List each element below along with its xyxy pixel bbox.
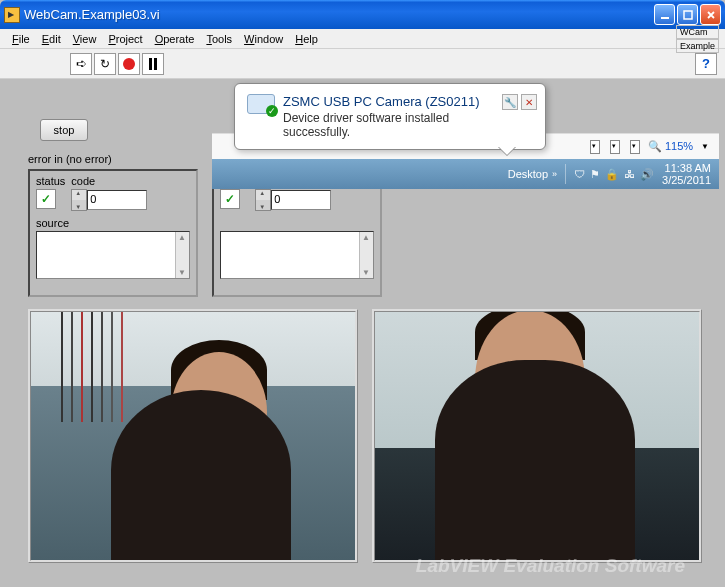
code-label: code <box>71 175 147 187</box>
source-scrollbar-2[interactable] <box>359 232 373 278</box>
help-button[interactable] <box>695 53 717 75</box>
balloon-title: ZSMC USB PC Camera (ZS0211) <box>283 94 494 109</box>
balloon-body: Device driver software installed success… <box>283 111 494 139</box>
code-spinner-2[interactable] <box>255 189 271 211</box>
webcam-display-1 <box>28 309 358 563</box>
strip-drop-2[interactable] <box>610 140 620 154</box>
menu-help[interactable]: Help <box>289 31 324 47</box>
source-input-2[interactable] <box>220 231 374 279</box>
app-icon <box>4 7 20 23</box>
balloon-settings-icon[interactable]: 🔧 <box>502 94 518 110</box>
abort-button[interactable] <box>118 53 140 75</box>
status-indicator[interactable] <box>36 189 56 209</box>
driver-balloon-notification: ZSMC USB PC Camera (ZS0211) Device drive… <box>234 83 546 150</box>
menu-view[interactable]: View <box>67 31 103 47</box>
menu-bar: File Edit View Project Operate Tools Win… <box>0 29 725 49</box>
window-title: WebCam.Example03.vi <box>24 7 654 22</box>
windows-taskbar: Desktop » 🛡 ⚑ 🔒 🖧 🔊 11:38 AM 3/25/2011 <box>212 159 719 189</box>
menu-window[interactable]: Window <box>238 31 289 47</box>
tray-volume-icon[interactable]: 🔊 <box>640 168 654 181</box>
menu-file[interactable]: File <box>6 31 36 47</box>
run-continuous-button[interactable] <box>94 53 116 75</box>
clock-date: 3/25/2011 <box>662 174 711 186</box>
status-label: status <box>36 175 65 187</box>
tray-lock-icon[interactable]: 🔒 <box>605 168 619 181</box>
source-input[interactable] <box>36 231 190 279</box>
webcam-display-2 <box>372 309 702 563</box>
code-spinner[interactable] <box>71 189 87 211</box>
menu-operate[interactable]: Operate <box>149 31 201 47</box>
balloon-close-button[interactable]: ✕ <box>521 94 537 110</box>
desktop-chevron-icon[interactable]: » <box>552 169 557 179</box>
svg-rect-1 <box>684 11 692 19</box>
close-button[interactable] <box>700 4 721 25</box>
vi-tag-2: Example <box>676 39 719 53</box>
status-indicator-2[interactable] <box>220 189 240 209</box>
pause-button[interactable] <box>142 53 164 75</box>
source-label: source <box>36 217 190 229</box>
menu-project[interactable]: Project <box>102 31 148 47</box>
zoom-level[interactable]: 115% <box>648 140 693 153</box>
window-titlebar: WebCam.Example03.vi <box>0 0 725 29</box>
source-scrollbar[interactable] <box>175 232 189 278</box>
error-in-label: error in (no error) <box>28 153 112 165</box>
desktop-label[interactable]: Desktop <box>508 168 548 180</box>
front-panel: stop error in (no error) status code 0 s… <box>0 79 725 587</box>
run-button[interactable] <box>70 53 92 75</box>
tray-network-icon[interactable]: 🖧 <box>624 168 635 180</box>
strip-drop-3[interactable] <box>630 140 640 154</box>
clock-time: 11:38 AM <box>662 162 711 174</box>
maximize-button[interactable] <box>677 4 698 25</box>
zoom-dropdown-icon[interactable]: ▼ <box>701 142 709 151</box>
menu-edit[interactable]: Edit <box>36 31 67 47</box>
minimize-button[interactable] <box>654 4 675 25</box>
code-input-2[interactable]: 0 <box>271 190 331 210</box>
stop-control-button[interactable]: stop <box>40 119 88 141</box>
vi-tag-1: WCam <box>676 25 719 39</box>
strip-drop-1[interactable] <box>590 140 600 154</box>
taskbar-clock[interactable]: 11:38 AM 3/25/2011 <box>662 162 711 186</box>
code-input[interactable]: 0 <box>87 190 147 210</box>
device-install-icon <box>247 94 275 114</box>
tray-shield-icon[interactable]: 🛡 <box>574 168 585 180</box>
system-tray: 🛡 ⚑ 🔒 🖧 🔊 <box>574 168 654 181</box>
toolbar <box>0 49 725 79</box>
svg-rect-0 <box>661 17 669 19</box>
menu-tools[interactable]: Tools <box>200 31 238 47</box>
error-cluster-1: status code 0 source <box>28 169 198 297</box>
tray-flag-icon[interactable]: ⚑ <box>590 168 600 181</box>
